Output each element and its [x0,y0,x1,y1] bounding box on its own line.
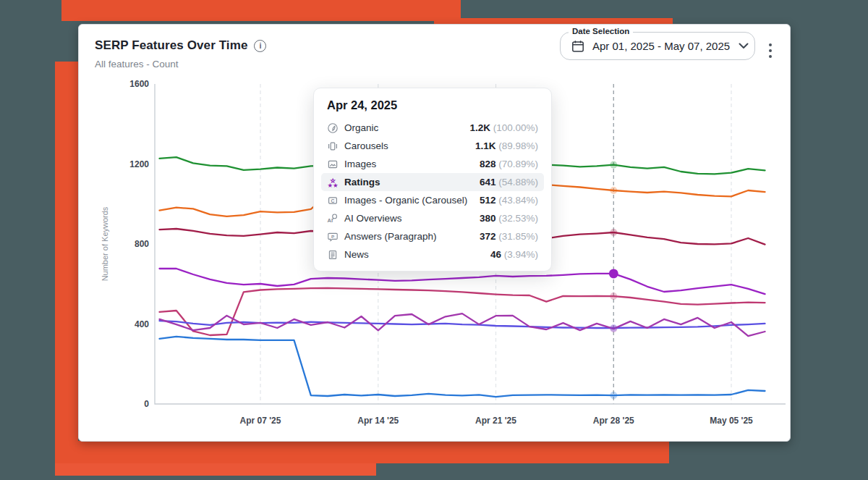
y-tick-label: 1600 [129,79,149,89]
tooltip-row: ★★★Ratings641 (54.88%) [321,173,544,191]
tooltip-row: PAnswers (Paragraph)372 (31.85%) [321,227,544,245]
hover-marker [610,161,617,169]
tooltip-row: News46 (3.94%) [321,245,544,264]
y-tick-label: 800 [135,239,149,249]
svg-text:★: ★ [331,178,335,183]
hover-marker [610,229,617,236]
images-icon [327,159,339,170]
page-title: SERP Features Over Time [95,38,247,53]
tooltip-series-label: Images - Organic (Carousel) [344,195,467,206]
decor-bottom-bar-2 [55,463,376,476]
x-tick-label: May 05 '25 [710,416,753,426]
date-selection-label: Date Selection [569,27,633,35]
images-organic-carousel-icon: C [327,195,339,206]
decor-bottom-bar [55,441,669,463]
tooltip-series-value: 372 (31.85%) [480,231,538,242]
tooltip-series-value: 1.2K (100.00%) [469,122,538,133]
news-icon [327,249,339,261]
tooltip-series-value: 1.1K (89.98%) [475,140,538,151]
chart-card: Apr 07 '25Apr 14 '25Apr 21 '25Apr 28 '25… [78,24,791,442]
ai-overviews-icon: AI [327,213,339,224]
y-tick-label: 1200 [129,159,149,169]
y-tick-label: 400 [135,319,149,329]
hover-marker-active [609,269,618,278]
chevron-down-icon [739,43,749,49]
tooltip-series-value: 380 (32.53%) [480,213,538,224]
tooltip-series-label: Images [344,159,376,169]
tooltip-date: Apr 24, 2025 [327,98,538,112]
date-selection-control[interactable]: Date Selection Apr 01, 2025 - May 07, 20… [560,32,755,60]
hover-marker [610,392,617,399]
tooltip-row: Organic1.2K (100.00%) [321,119,544,137]
tooltip-series-value: 46 (3.94%) [490,249,538,260]
series-line-images-organic-carousel- [160,288,765,335]
tooltip-row: CImages - Organic (Carousel)512 (43.84%) [321,191,544,209]
tooltip-series-value: 828 (70.89%) [480,159,538,169]
series-line-news [160,337,765,397]
tooltip-series-label: Organic [344,122,378,133]
tooltip-series-label: Ratings [344,177,380,188]
x-tick-label: Apr 07 '25 [240,416,281,426]
tooltip-row: Carousels1.1K (89.98%) [321,137,544,155]
hover-marker [610,187,617,194]
calendar-icon [571,39,585,54]
organic-icon [327,122,339,134]
tooltip-row: Images828 (70.89%) [321,155,544,173]
x-tick-label: Apr 28 '25 [593,416,634,426]
tooltip-series-label: Answers (Paragraph) [344,231,437,242]
ratings-icon: ★★★ [327,177,339,188]
decor-top-bar [61,0,461,21]
hover-marker [610,292,617,300]
tooltip-series-value: 641 (54.88%) [480,177,538,188]
kebab-menu-button[interactable] [764,40,777,62]
answers-paragraph-icon: P [327,231,339,243]
tooltip-series-label: News [344,249,369,260]
svg-text:AI: AI [328,217,333,224]
carousels-icon [327,140,339,152]
y-tick-label: 0 [144,399,149,409]
svg-text:P: P [331,233,334,238]
canvas: Apr 07 '25Apr 14 '25Apr 21 '25Apr 28 '25… [0,0,868,480]
date-range-value: Apr 01, 2025 - May 07, 2025 [592,40,730,52]
x-tick-label: Apr 14 '25 [357,416,399,426]
y-axis-title: Number of Keywords [101,206,109,281]
x-tick-label: Apr 21 '25 [475,416,516,426]
tooltip-row: AIAI Overviews380 (32.53%) [321,209,544,227]
info-icon[interactable]: i [254,40,266,52]
series-line-ratings [160,269,765,294]
decor-left-bar [55,62,78,476]
tooltip-rows: Organic1.2K (100.00%)Carousels1.1K (89.9… [321,119,544,264]
kebab-vertical-icon [769,43,772,46]
hover-marker [610,325,617,332]
tooltip-series-value: 512 (43.84%) [480,195,538,206]
svg-text:C: C [331,198,335,203]
chart-subtitle: All features - Count [95,59,179,70]
tooltip-series-label: AI Overviews [344,213,402,224]
tooltip-series-label: Carousels [344,140,388,151]
chart-tooltip: Apr 24, 2025 Organic1.2K (100.00%)Carous… [313,88,552,271]
